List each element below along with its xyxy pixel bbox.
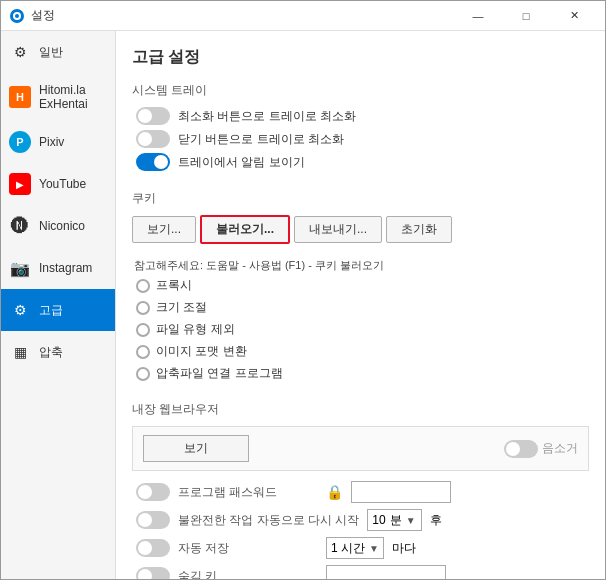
sidebar-item-advanced[interactable]: ⚙ 고급	[1, 289, 115, 331]
sidebar-label-youtube: YouTube	[39, 177, 86, 191]
image-format-label: 이미지 포맷 변환	[156, 343, 247, 360]
hidden-key-toggle[interactable]	[136, 567, 170, 579]
autosave-toggle[interactable]	[136, 539, 170, 557]
restart-arrow: ▼	[406, 515, 416, 526]
file-type-radio[interactable]	[136, 323, 150, 337]
close-tray-label: 닫기 버튼으로 트레이로 최소화	[178, 131, 344, 148]
cookie-import-button[interactable]: 불러오기...	[200, 215, 290, 244]
mute-toggle[interactable]	[504, 440, 538, 458]
general-icon: ⚙	[9, 41, 31, 63]
window-controls: — □ ✕	[455, 1, 597, 31]
lock-icon: 🔒	[326, 484, 343, 500]
sidebar-label-advanced: 고급	[39, 302, 63, 319]
autosave-dropdown[interactable]: 1 시간 ▼	[326, 537, 384, 559]
restart-label: 불완전한 작업 자동으로 다시 시작	[178, 512, 359, 529]
image-format-row: 이미지 포맷 변환	[132, 343, 589, 360]
instagram-icon: 📷	[9, 257, 31, 279]
proxy-label: 프록시	[156, 277, 192, 294]
password-input[interactable]	[351, 481, 451, 503]
close-button[interactable]: ✕	[551, 1, 597, 31]
size-adjust-label: 크기 조절	[156, 299, 207, 316]
cookie-tooltip: 참고해주세요: 도움말 - 사용법 (F1) - 쿠키 불러오기	[134, 258, 384, 273]
cookie-view-button[interactable]: 보기...	[132, 216, 196, 243]
autosave-value: 1 시간	[331, 540, 365, 557]
show-notify-label: 트레이에서 알림 보이기	[178, 154, 305, 171]
proxy-radio[interactable]	[136, 279, 150, 293]
sidebar-label-hitomi: Hitomi.la ExHentai	[39, 83, 107, 111]
restart-dropdown[interactable]: 10 분 ▼	[367, 509, 422, 531]
cookie-label: 쿠키	[132, 190, 589, 207]
minimize-tray-row: 최소화 버튼으로 트레이로 최소화	[132, 107, 589, 125]
mute-toggle-row: 음소거	[504, 440, 578, 458]
browser-section: 보기 음소거	[132, 426, 589, 471]
sidebar-item-compress[interactable]: ▦ 압축	[1, 331, 115, 373]
sidebar-label-instagram: Instagram	[39, 261, 92, 275]
pixiv-icon: P	[9, 131, 31, 153]
window-title: 설정	[31, 7, 455, 24]
autosave-label: 자동 저장	[178, 540, 318, 557]
restart-toggle[interactable]	[136, 511, 170, 529]
svg-point-2	[15, 14, 19, 18]
hidden-key-input[interactable]	[326, 565, 446, 579]
restart-unit: 분	[390, 512, 402, 529]
hitomi-icon: H	[9, 86, 31, 108]
minimize-tray-label: 최소화 버튼으로 트레이로 최소화	[178, 108, 356, 125]
zip-connect-label: 압축파일 연결 프로그램	[156, 365, 283, 382]
advanced-icon: ⚙	[9, 299, 31, 321]
compress-icon: ▦	[9, 341, 31, 363]
browser-row: 보기 음소거	[143, 435, 578, 462]
sidebar-label-general: 일반	[39, 44, 63, 61]
sidebar-item-pixiv[interactable]: P Pixiv	[1, 121, 115, 163]
sidebar: ⚙ 일반 H Hitomi.la ExHentai P Pixiv ▶ YouT…	[1, 31, 116, 579]
minimize-tray-toggle[interactable]	[136, 107, 170, 125]
youtube-icon: ▶	[9, 173, 31, 195]
mute-label: 음소거	[542, 440, 578, 457]
cookie-buttons-row: 보기... 불러오기... 내보내기... 초기화	[132, 215, 589, 244]
app-icon	[9, 8, 25, 24]
system-tray-label: 시스템 트레이	[132, 82, 589, 99]
browser-view-button[interactable]: 보기	[143, 435, 249, 462]
password-row: 프로그램 패스워드 🔒	[132, 481, 589, 503]
password-label: 프로그램 패스워드	[178, 484, 318, 501]
cookie-export-button[interactable]: 내보내기...	[294, 216, 382, 243]
hidden-key-row: 숨김 키	[132, 565, 589, 579]
sidebar-label-pixiv: Pixiv	[39, 135, 64, 149]
maximize-button[interactable]: □	[503, 1, 549, 31]
zip-connect-row: 압축파일 연결 프로그램	[132, 365, 589, 382]
restart-suffix: 후	[430, 512, 442, 529]
proxy-row: 프록시	[132, 277, 589, 294]
sidebar-item-instagram[interactable]: 📷 Instagram	[1, 247, 115, 289]
title-bar: 설정 — □ ✕	[1, 1, 605, 31]
autosave-arrow: ▼	[369, 543, 379, 554]
window: 설정 — □ ✕ ⚙ 일반 H Hitomi.la ExHentai P Pix…	[0, 0, 606, 580]
browser-section-label: 내장 웹브라우저	[132, 401, 589, 418]
sidebar-item-youtube[interactable]: ▶ YouTube	[1, 163, 115, 205]
show-notify-toggle[interactable]	[136, 153, 170, 171]
size-adjust-radio[interactable]	[136, 301, 150, 315]
main-layout: ⚙ 일반 H Hitomi.la ExHentai P Pixiv ▶ YouT…	[1, 31, 605, 579]
size-adjust-row: 크기 조절	[132, 299, 589, 316]
autosave-row: 자동 저장 1 시간 ▼ 마다	[132, 537, 589, 559]
autosave-suffix: 마다	[392, 540, 416, 557]
hidden-key-label: 숨김 키	[178, 568, 318, 580]
image-format-radio[interactable]	[136, 345, 150, 359]
minimize-button[interactable]: —	[455, 1, 501, 31]
page-title: 고급 설정	[132, 47, 589, 68]
sidebar-item-hitomi[interactable]: H Hitomi.la ExHentai	[1, 73, 115, 121]
restart-row: 불완전한 작업 자동으로 다시 시작 10 분 ▼ 후	[132, 509, 589, 531]
file-type-label: 파일 유형 제외	[156, 321, 235, 338]
content-area: 고급 설정 시스템 트레이 최소화 버튼으로 트레이로 최소화 닫기 버튼으로 …	[116, 31, 605, 579]
show-notify-row: 트레이에서 알림 보이기	[132, 153, 589, 171]
close-tray-toggle[interactable]	[136, 130, 170, 148]
file-type-row: 파일 유형 제외	[132, 321, 589, 338]
sidebar-label-niconico: Niconico	[39, 219, 85, 233]
sidebar-item-niconico[interactable]: 🅝 Niconico	[1, 205, 115, 247]
niconico-icon: 🅝	[9, 215, 31, 237]
password-toggle[interactable]	[136, 483, 170, 501]
sidebar-item-general[interactable]: ⚙ 일반	[1, 31, 115, 73]
restart-value: 10	[372, 513, 385, 527]
sidebar-label-compress: 압축	[39, 344, 63, 361]
cookie-reset-button[interactable]: 초기화	[386, 216, 452, 243]
zip-connect-radio[interactable]	[136, 367, 150, 381]
close-tray-row: 닫기 버튼으로 트레이로 최소화	[132, 130, 589, 148]
